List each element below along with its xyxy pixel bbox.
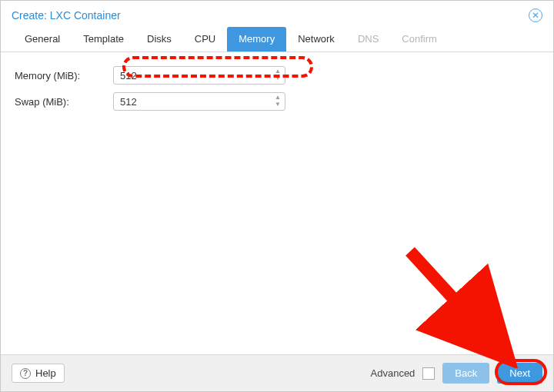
field-memory: Memory (MiB): ▲ ▼: [15, 65, 539, 86]
tab-confirm: Confirm: [390, 27, 449, 51]
next-button[interactable]: Next: [497, 363, 542, 384]
footer-left: ? Help: [12, 364, 65, 383]
wizard-tabs: General Template Disks CPU Memory Networ…: [1, 27, 553, 52]
chevron-down-icon[interactable]: ▼: [275, 101, 281, 108]
tab-disks[interactable]: Disks: [135, 27, 183, 51]
tab-memory[interactable]: Memory: [227, 27, 286, 51]
dialog-footer: ? Help Advanced Back Next: [1, 354, 553, 391]
swap-stepper[interactable]: ▲ ▼: [275, 94, 281, 108]
help-icon: ?: [20, 368, 31, 379]
swap-spinner: ▲ ▼: [113, 92, 285, 111]
footer-right: Advanced Back Next: [371, 363, 542, 384]
field-swap: Swap (MiB): ▲ ▼: [15, 91, 539, 112]
tab-network[interactable]: Network: [286, 27, 346, 51]
help-button-label: Help: [35, 367, 56, 379]
close-icon[interactable]: ✕: [529, 8, 542, 22]
dialog-title: Create: LXC Container: [12, 9, 121, 22]
tab-general[interactable]: General: [13, 27, 72, 51]
tab-dns: DNS: [346, 27, 390, 51]
help-button[interactable]: ? Help: [12, 364, 65, 383]
memory-stepper[interactable]: ▲ ▼: [275, 68, 281, 81]
tab-cpu[interactable]: CPU: [183, 27, 227, 51]
swap-label: Swap (MiB):: [15, 96, 113, 108]
dialog-titlebar: Create: LXC Container ✕: [1, 1, 553, 27]
memory-input[interactable]: [113, 66, 285, 85]
tab-content-memory: Memory (MiB): ▲ ▼ Swap (MiB): ▲ ▼: [1, 52, 553, 354]
memory-spinner: ▲ ▼: [113, 66, 285, 85]
chevron-up-icon[interactable]: ▲: [275, 94, 281, 101]
chevron-up-icon[interactable]: ▲: [275, 68, 281, 75]
tab-template[interactable]: Template: [72, 27, 135, 51]
memory-label: Memory (MiB):: [15, 70, 113, 81]
advanced-checkbox[interactable]: [422, 367, 435, 380]
back-button[interactable]: Back: [442, 363, 489, 384]
dialog-create-lxc: Create: LXC Container ✕ General Template…: [0, 0, 554, 392]
swap-input[interactable]: [113, 92, 285, 111]
advanced-label: Advanced: [371, 367, 416, 379]
chevron-down-icon[interactable]: ▼: [275, 75, 281, 81]
